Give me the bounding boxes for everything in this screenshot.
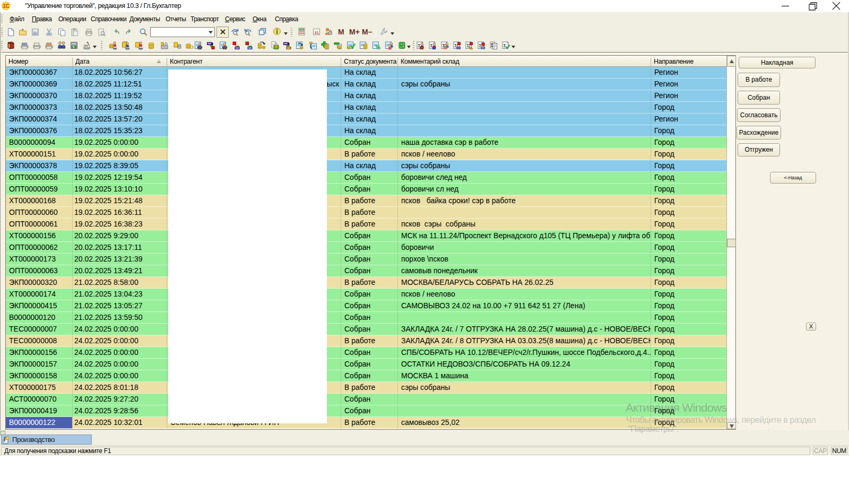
svg-text:1С: 1С — [3, 3, 10, 9]
svg-text:%: % — [376, 45, 380, 50]
svg-text:31: 31 — [315, 30, 319, 35]
svg-text:$: $ — [73, 45, 74, 48]
svg-text:Σ: Σ — [491, 43, 493, 48]
